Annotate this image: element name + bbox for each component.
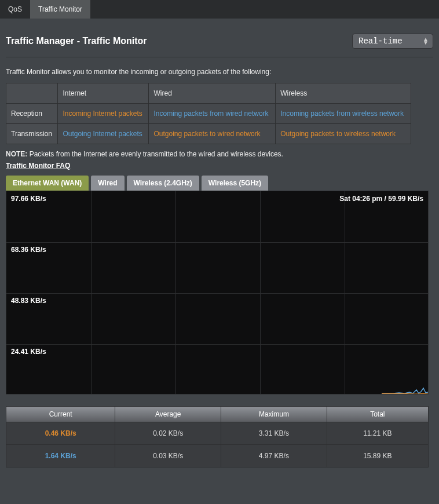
- subtab-wireless-5[interactable]: Wireless (5GHz): [202, 176, 268, 191]
- info-table: Internet Wired Wireless Reception Incomi…: [6, 83, 411, 144]
- stat-average-tx: 0.03 KB/s: [115, 445, 221, 468]
- stat-current-rx: 0.46 KB/s: [45, 429, 76, 437]
- y-axis-label: 97.66 KB/s: [11, 195, 46, 203]
- stat-maximum-tx: 4.97 KB/s: [221, 445, 327, 468]
- info-row-label: Reception: [6, 104, 58, 124]
- stat-total-tx: 15.89 KB: [327, 445, 428, 468]
- grid-line: [260, 191, 261, 394]
- y-axis-label: 24.41 KB/s: [11, 348, 46, 356]
- mode-select[interactable]: Real-time: [352, 34, 433, 49]
- description-text: Traffic Monitor allows you to monitor th…: [6, 68, 433, 76]
- stat-current-tx: 1.64 KB/s: [45, 452, 76, 460]
- stats-col-maximum: Maximum: [221, 407, 327, 422]
- stats-col-current: Current: [6, 407, 115, 422]
- info-row-label: Transmission: [6, 124, 58, 144]
- info-col-blank: [6, 83, 58, 104]
- link-incoming-internet[interactable]: Incoming Internet packets: [63, 109, 142, 118]
- stat-maximum-rx: 3.31 KB/s: [221, 422, 327, 445]
- grid-line: [175, 191, 176, 394]
- stats-col-average: Average: [115, 407, 221, 422]
- stats-table: Current Average Maximum Total 0.46 KB/s …: [6, 406, 429, 468]
- info-row-transmission: Transmission Outgoing Internet packets O…: [6, 124, 411, 144]
- grid-line: [6, 242, 428, 243]
- y-axis-label: 48.83 KB/s: [11, 297, 46, 305]
- link-incoming-wired[interactable]: Incoming packets from wired network: [153, 109, 268, 118]
- subtab-wireless-24[interactable]: Wireless (2.4GHz): [127, 176, 199, 191]
- grid-line: [6, 293, 428, 294]
- info-col-internet: Internet: [58, 83, 149, 104]
- chart-status: Sat 04:26 pm / 59.99 KB/s: [339, 195, 423, 203]
- stat-total-rx: 11.21 KB: [327, 422, 428, 445]
- info-col-wireless: Wireless: [276, 83, 411, 104]
- subtab-wired[interactable]: Wired: [91, 176, 124, 191]
- info-row-reception: Reception Incoming Internet packets Inco…: [6, 104, 411, 124]
- tab-traffic-monitor[interactable]: Traffic Monitor: [30, 0, 90, 19]
- tab-qos[interactable]: QoS: [0, 0, 30, 19]
- link-outgoing-internet[interactable]: Outgoing Internet packets: [63, 130, 142, 138]
- link-incoming-wireless[interactable]: Incoming packets from wireless network: [280, 109, 404, 118]
- faq-link[interactable]: Traffic Monitor FAQ: [6, 162, 433, 170]
- stat-average-rx: 0.02 KB/s: [115, 422, 221, 445]
- interface-tabs: Ethernet WAN (WAN) Wired Wireless (2.4GH…: [6, 176, 433, 191]
- top-tabs: QoS Traffic Monitor: [0, 0, 439, 19]
- grid-line: [91, 191, 92, 394]
- grid-line: [345, 191, 345, 394]
- traffic-sparkline: [382, 371, 428, 394]
- page-title: Traffic Manager - Traffic Monitor: [6, 36, 147, 46]
- stats-row-tx: 1.64 KB/s 0.03 KB/s 4.97 KB/s 15.89 KB: [6, 445, 429, 468]
- y-axis-label: 68.36 KB/s: [11, 246, 46, 254]
- note-text: NOTE: Packets from the Internet are even…: [6, 150, 433, 158]
- traffic-chart: 97.66 KB/s 68.36 KB/s 48.83 KB/s 24.41 K…: [6, 191, 429, 395]
- link-outgoing-wireless[interactable]: Outgoing packets to wireless network: [280, 130, 396, 138]
- grid-line: [6, 344, 428, 345]
- mode-select-wrap: Real-time ▲▼: [352, 34, 433, 49]
- page-header: Traffic Manager - Traffic Monitor Real-t…: [6, 34, 433, 57]
- subtab-wan[interactable]: Ethernet WAN (WAN): [6, 176, 89, 191]
- stats-row-rx: 0.46 KB/s 0.02 KB/s 3.31 KB/s 11.21 KB: [6, 422, 429, 445]
- link-outgoing-wired[interactable]: Outgoing packets to wired network: [153, 130, 260, 138]
- info-col-wired: Wired: [149, 83, 276, 104]
- stats-col-total: Total: [327, 407, 428, 422]
